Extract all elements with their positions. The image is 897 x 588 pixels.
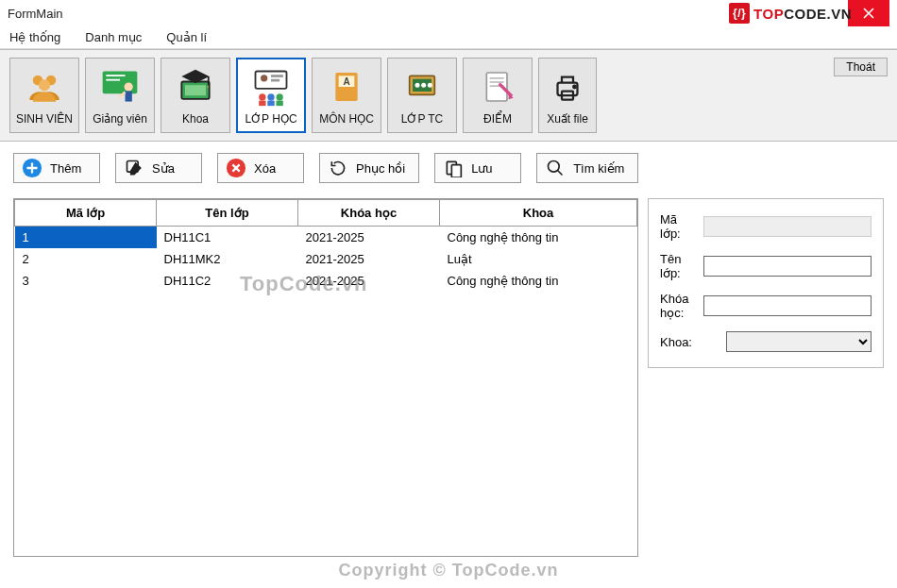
col-khoa[interactable]: Khoa: [440, 200, 637, 227]
svg-rect-7: [126, 92, 132, 102]
table-cell[interactable]: Công nghệ thông tin: [440, 227, 637, 249]
menu-danhmuc[interactable]: Danh mục: [81, 28, 145, 46]
toolbar-xuatfile[interactable]: Xuất file: [538, 58, 597, 133]
svg-rect-5: [106, 79, 120, 81]
svg-point-6: [125, 82, 133, 91]
table-cell[interactable]: 2021-2025: [298, 227, 440, 249]
table-row[interactable]: 2DH11MK22021-2025Luật: [15, 248, 637, 270]
svg-rect-31: [490, 81, 504, 83]
save-icon: [443, 158, 464, 178]
titlebar: FormMain {/} TOPCODE.VN: [0, 0, 897, 26]
edit-button[interactable]: Sửa: [115, 153, 202, 183]
grade-icon: [476, 65, 519, 109]
close-icon: [863, 8, 874, 19]
credit-class-icon: [400, 65, 444, 109]
svg-rect-10: [208, 76, 210, 85]
students-icon: [23, 65, 66, 109]
col-malop[interactable]: Mã lớp: [15, 200, 157, 227]
svg-point-28: [428, 83, 432, 88]
col-tenlop[interactable]: Tên lớp: [157, 200, 298, 227]
brand-logo: {/} TOPCODE.VN: [729, 0, 852, 26]
menu-quanli[interactable]: Quản lí: [162, 28, 211, 46]
svg-point-15: [259, 93, 265, 100]
pencil-icon: [124, 158, 144, 178]
select-khoa[interactable]: [726, 331, 872, 352]
toolbar-loptc[interactable]: LỚP TC: [387, 58, 457, 133]
table-cell[interactable]: 2: [15, 248, 157, 270]
data-grid[interactable]: Mã lớp Tên lớp Khóa học Khoa 1DH11C12021…: [13, 198, 638, 557]
subject-icon: A: [325, 65, 368, 109]
svg-rect-14: [271, 79, 279, 82]
svg-rect-3: [103, 72, 138, 94]
brand-badge-icon: {/}: [729, 3, 750, 24]
table-cell[interactable]: 2021-2025: [298, 248, 440, 270]
menu-hethong[interactable]: Hệ thống: [6, 28, 64, 46]
label-khoahoc: Khóa học:: [660, 292, 698, 320]
main-toolbar: SINH VIÊN Giảng viên Khoa LỚP HỌC A MÔN …: [0, 49, 897, 142]
svg-point-17: [277, 93, 283, 100]
detail-form: Mã lớp: Tên lớp: Khóa học: Khoa:: [648, 198, 884, 368]
grid-header-row: Mã lớp Tên lớp Khóa học Khoa: [15, 200, 637, 227]
svg-rect-18: [259, 101, 265, 107]
table-row[interactable]: 3DH11C22021-2025Công nghệ thông tin: [15, 270, 637, 292]
label-malop: Mã lớp:: [660, 212, 698, 241]
toolbar-khoa[interactable]: Khoa: [161, 58, 230, 133]
svg-point-16: [267, 93, 274, 100]
svg-rect-30: [490, 77, 504, 79]
svg-point-35: [573, 86, 576, 89]
toolbar-lophoc[interactable]: LỚP HỌC: [236, 58, 306, 133]
table-cell[interactable]: 1: [15, 227, 157, 249]
svg-point-2: [39, 79, 50, 91]
svg-point-12: [261, 75, 267, 81]
save-button[interactable]: Lưu: [434, 153, 521, 183]
svg-point-41: [549, 161, 560, 173]
class-icon: [249, 65, 293, 109]
logout-button[interactable]: Thoát: [834, 58, 888, 76]
svg-rect-9: [185, 85, 206, 95]
svg-rect-4: [106, 75, 125, 76]
restore-icon: [328, 158, 348, 178]
table-cell[interactable]: Công nghệ thông tin: [440, 270, 637, 292]
toolbar-sinhvien[interactable]: SINH VIÊN: [9, 58, 79, 133]
search-icon: [545, 158, 566, 178]
table-cell[interactable]: DH11C2: [157, 270, 298, 292]
action-row: Thêm Sửa Xóa Phục hồi Lưu Tìm kiếm: [0, 142, 897, 189]
table-cell[interactable]: Luật: [440, 248, 637, 270]
label-tenlop: Tên lớp:: [660, 252, 698, 280]
toolbar-giangvien[interactable]: Giảng viên: [85, 58, 155, 133]
table-cell[interactable]: 3: [15, 270, 157, 292]
restore-button[interactable]: Phục hồi: [319, 153, 419, 183]
svg-rect-19: [267, 101, 274, 107]
svg-point-27: [421, 83, 426, 88]
faculty-icon: [174, 65, 217, 109]
add-button[interactable]: Thêm: [13, 153, 100, 183]
table-cell[interactable]: 2021-2025: [298, 270, 440, 292]
teacher-icon: [98, 65, 142, 109]
label-khoa: Khoa:: [660, 335, 720, 349]
search-button[interactable]: Tìm kiếm: [536, 153, 638, 183]
menubar: Hệ thống Danh mục Quản lí: [0, 26, 897, 49]
delete-button[interactable]: Xóa: [217, 153, 304, 183]
input-malop: [703, 216, 872, 237]
svg-rect-40: [451, 165, 461, 177]
plus-icon: [22, 158, 42, 178]
table-cell[interactable]: DH11MK2: [157, 248, 298, 270]
svg-point-26: [415, 83, 420, 88]
table-row[interactable]: 1DH11C12021-2025Công nghệ thông tin: [15, 227, 637, 249]
window-close-button[interactable]: [848, 0, 889, 26]
content-area: Mã lớp Tên lớp Khóa học Khoa 1DH11C12021…: [0, 189, 897, 566]
toolbar-diem[interactable]: ĐIỂM: [463, 58, 533, 133]
export-icon: [546, 65, 589, 109]
input-tenlop[interactable]: [703, 256, 872, 277]
window-title: FormMain: [8, 7, 63, 21]
table-cell[interactable]: DH11C1: [157, 227, 298, 249]
svg-text:A: A: [343, 76, 349, 87]
toolbar-monhoc[interactable]: A MÔN HỌC: [312, 58, 381, 133]
delete-icon: [226, 158, 246, 178]
svg-rect-13: [271, 75, 283, 77]
col-khoahoc[interactable]: Khóa học: [298, 200, 440, 227]
input-khoahoc[interactable]: [703, 295, 872, 316]
svg-rect-20: [277, 101, 283, 107]
